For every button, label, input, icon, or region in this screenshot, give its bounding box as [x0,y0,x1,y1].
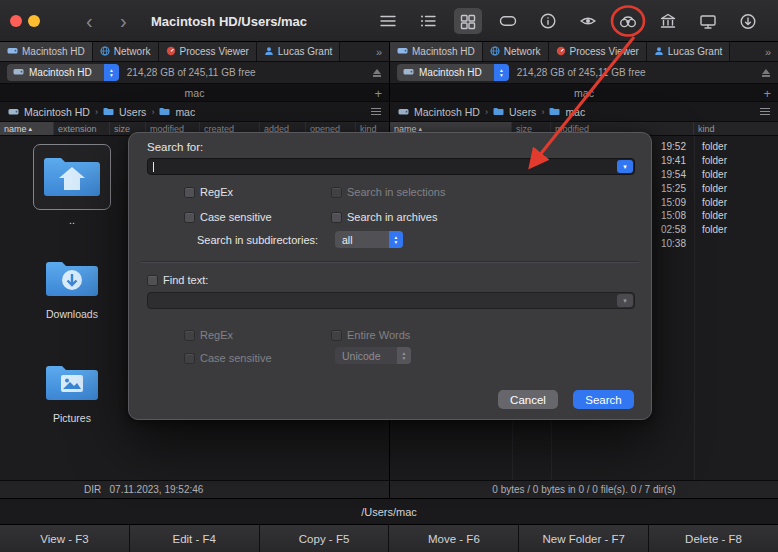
tab-label: Lucas Grant [278,46,332,57]
search-button[interactable]: Search [573,390,634,409]
breadcrumb-segment[interactable]: Macintosh HD [24,106,90,118]
breadcrumb-segment[interactable]: Macintosh HD [414,106,480,118]
path-tab-label: mac [185,87,205,99]
network-globe-icon [490,46,500,58]
combo-chevron-icon: ▾ [617,294,633,307]
add-tab-button[interactable]: + [763,84,771,102]
pictures-folder-icon [43,358,101,408]
combo-chevron-icon[interactable]: ▾ [617,160,633,173]
item-label: .. [69,214,75,226]
search-input[interactable]: ▾ [147,158,635,175]
stepper-icon: ▴▾ [389,231,403,248]
user-icon [264,46,274,58]
subdirectories-label: Search in subdirectories: [197,234,318,246]
menu-icon[interactable] [374,8,402,34]
breadcrumb-segment[interactable]: mac [175,106,195,118]
downloads-folder-icon [43,254,101,304]
column-header-extension[interactable]: extension [54,122,110,135]
tab-network[interactable]: Network [93,42,159,61]
preview-eye-icon[interactable] [574,8,602,34]
command-line[interactable]: /Users/mac [0,498,778,524]
eject-icon[interactable] [372,68,382,78]
checkbox-box [184,212,195,223]
eject-icon[interactable] [761,68,771,78]
tab-network[interactable]: Network [483,42,549,61]
list-item[interactable]: .. [28,144,116,226]
encoding-select: Unicode ▴▾ [335,347,411,364]
search-in-archives-checkbox[interactable]: Search in archives [331,211,438,223]
download-icon[interactable] [734,8,762,34]
case-sensitive-checkbox[interactable]: Case sensitive [184,211,272,223]
delete-f8-button[interactable]: Delete - F8 [649,525,778,552]
tab-overflow-icon[interactable]: » [369,42,389,61]
left-status-bar: DIR 07.11.2023, 19:52:46 [0,480,389,498]
right-drivebar: Macintosh HD ▴▾ 214,28 GB of 245,11 GB f… [390,62,778,84]
view-f3-button[interactable]: View - F3 [0,525,130,552]
display-icon[interactable] [694,8,722,34]
folder-icon [493,106,504,118]
list-item[interactable]: Pictures [28,358,116,424]
copy-f5-button[interactable]: Copy - F5 [260,525,390,552]
drive-select[interactable]: Macintosh HD ▴▾ [7,64,119,81]
bank-icon[interactable] [654,8,682,34]
checkbox-box [184,353,195,364]
search-binoculars-icon[interactable] [614,8,642,34]
right-status-bar: 0 bytes / 0 bytes in 0 / 0 file(s). 0 / … [390,480,778,498]
find-text-checkbox[interactable]: Find text: [147,274,208,286]
close-button[interactable] [10,15,22,27]
right-tabbar: Macintosh HD Network Process Viewer Luca… [390,42,778,62]
search-dialog: Search for: ▾ RegEx Search in selections… [128,132,652,420]
process-viewer-gauge-icon [556,46,566,58]
left-path-tab[interactable]: mac + [0,84,389,102]
back-button[interactable]: ‹ [86,0,93,42]
find-case-sensitive-checkbox: Case sensitive [184,352,272,364]
sort-asc-icon: ▴ [29,125,33,133]
tab-process-viewer[interactable]: Process Viewer [549,42,647,61]
folder-icon [159,106,170,118]
edit-f4-button[interactable]: Edit - F4 [130,525,260,552]
forward-button[interactable]: › [120,0,127,42]
drive-icon [8,106,19,118]
move-f6-button[interactable]: Move - F6 [389,525,519,552]
tab-macintosh-hd[interactable]: Macintosh HD [0,42,93,61]
tab-macintosh-hd[interactable]: Macintosh HD [390,42,483,61]
search-in-selections-checkbox: Search in selections [331,186,445,198]
column-header-kind[interactable]: kind [694,122,778,135]
breadcrumb-segment[interactable]: Users [509,106,536,118]
checkbox-box [147,275,158,286]
new-folder-f7-button[interactable]: New Folder - F7 [519,525,649,552]
breadcrumb-segment[interactable]: mac [565,106,585,118]
chevron-right-icon: › [151,107,154,117]
text-caret [153,162,154,172]
column-header-name[interactable]: name▴ [0,122,54,135]
breadcrumb-menu-icon[interactable] [760,108,770,116]
tab-process-viewer[interactable]: Process Viewer [159,42,257,61]
stepper-icon: ▴▾ [494,64,509,81]
breadcrumb-menu-icon[interactable] [371,108,381,116]
regex-checkbox[interactable]: RegEx [184,186,233,198]
tab-lucas-grant[interactable]: Lucas Grant [647,42,730,61]
cancel-button[interactable]: Cancel [498,390,558,409]
grid-view-icon[interactable] [454,8,482,34]
tab-label: Macintosh HD [412,46,475,57]
minimize-button[interactable] [28,15,40,27]
tab-overflow-icon[interactable]: » [758,42,778,61]
checkbox-box [331,212,342,223]
free-space-label: 214,28 GB of 245,11 GB free [127,67,256,78]
checkbox-box [184,330,195,341]
chevron-right-icon: › [485,107,488,117]
tab-lucas-grant[interactable]: Lucas Grant [257,42,340,61]
subdirectories-select[interactable]: all ▴▾ [335,231,403,248]
breadcrumb-segment[interactable]: Users [119,106,146,118]
stepper-icon: ▴▾ [397,347,411,364]
add-tab-button[interactable]: + [374,84,382,102]
list-view-icon[interactable] [414,8,442,34]
info-icon[interactable] [534,8,562,34]
drive-icon [7,46,18,57]
drive-icon [403,67,414,78]
list-item[interactable]: Downloads [28,254,116,320]
right-path-tab[interactable]: mac + [390,84,778,102]
dual-pane-toggle-icon[interactable] [494,8,522,34]
find-text-input: ▾ [147,292,635,309]
drive-select[interactable]: Macintosh HD ▴▾ [397,64,509,81]
